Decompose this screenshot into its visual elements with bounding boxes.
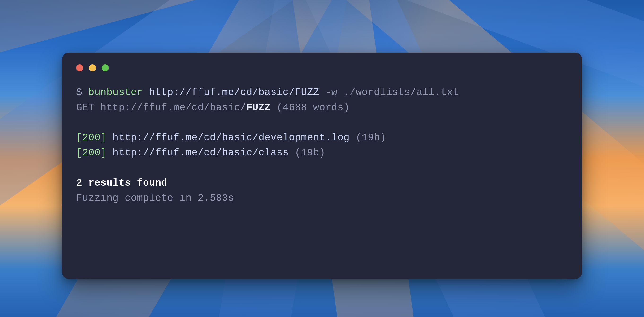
terminal-window[interactable]: $ bunbuster http://ffuf.me/cd/basic/FUZZ…	[62, 53, 582, 279]
blank-line	[76, 115, 568, 131]
close-window-button[interactable]	[76, 64, 83, 72]
request-info-line: GET http://ffuf.me/cd/basic/FUZZ (4688 w…	[76, 100, 568, 115]
command-name: bunbuster	[88, 87, 143, 98]
terminal-output[interactable]: $ bunbuster http://ffuf.me/cd/basic/FUZZ…	[76, 85, 568, 206]
wordlist-count: (4688 words)	[271, 102, 350, 113]
command-url-arg: http://ffuf.me/cd/basic/FUZZ	[143, 87, 325, 98]
command-flag-arg: -w ./wordlists/all.txt	[325, 87, 459, 98]
result-size: (19b)	[295, 147, 325, 159]
timing-summary: Fuzzing complete in 2.583s	[76, 191, 568, 206]
result-url: http://ffuf.me/cd/basic/development.log	[106, 132, 356, 143]
minimize-window-button[interactable]	[89, 64, 96, 72]
command-line: $ bunbuster http://ffuf.me/cd/basic/FUZZ…	[76, 85, 568, 100]
http-method: GET	[76, 102, 100, 113]
result-row: [200] http://ffuf.me/cd/basic/class (19b…	[76, 145, 568, 161]
result-size: (19b)	[356, 132, 386, 143]
http-status-code: [200]	[76, 132, 106, 143]
request-url-fuzz-keyword: FUZZ	[246, 102, 271, 113]
results-summary: 2 results found	[76, 176, 568, 191]
prompt-symbol: $	[76, 87, 88, 98]
result-row: [200] http://ffuf.me/cd/basic/developmen…	[76, 130, 568, 145]
window-controls	[76, 64, 568, 72]
request-url-prefix: http://ffuf.me/cd/basic/	[100, 102, 246, 113]
blank-line	[76, 161, 568, 176]
http-status-code: [200]	[76, 147, 106, 159]
result-url: http://ffuf.me/cd/basic/class	[106, 147, 295, 159]
maximize-window-button[interactable]	[102, 64, 109, 72]
